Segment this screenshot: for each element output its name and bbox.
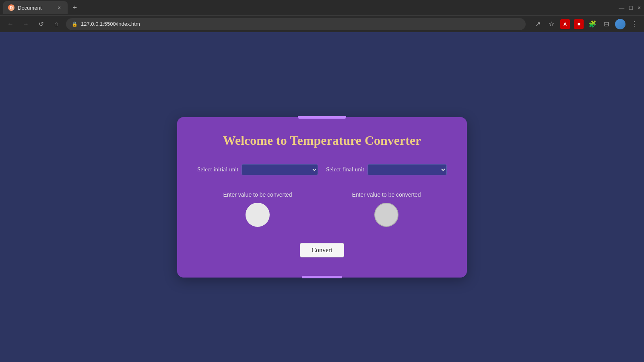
address-bar: ← → ↺ ⌂ 🔒 127.0.0.1:5500/index.htm ↗ ☆ A…	[0, 15, 644, 32]
initial-unit-group: Select initial unit Celsius Fahrenheit K…	[197, 164, 318, 175]
output-value-field[interactable]	[374, 203, 398, 227]
converter-card: Welcome to Temperature Converter Select …	[177, 117, 467, 278]
input-value-group: Enter value to be converted	[197, 191, 318, 227]
menu-icon[interactable]: ⋮	[630, 19, 639, 29]
input-value-label: Enter value to be converted	[223, 191, 292, 198]
new-tab-button[interactable]: +	[69, 2, 80, 13]
window-controls: — □ ×	[619, 4, 641, 11]
back-button[interactable]: ←	[5, 19, 16, 30]
inputs-row: Enter value to be converted Enter value …	[197, 191, 447, 227]
lock-icon: 🔒	[72, 21, 78, 27]
tab-favicon: D	[8, 4, 14, 11]
maximize-button[interactable]: □	[629, 4, 632, 11]
output-value-group: Enter value to be converted	[326, 191, 447, 227]
page-content: Welcome to Temperature Converter Select …	[0, 32, 644, 362]
refresh-button[interactable]: ↺	[35, 19, 47, 30]
share-icon[interactable]: ↗	[533, 19, 543, 29]
forward-button[interactable]: →	[20, 19, 31, 30]
card-bottom-accent	[302, 276, 342, 278]
convert-button[interactable]: Convert	[300, 243, 344, 257]
initial-unit-label: Select initial unit	[197, 166, 238, 173]
extension-red-icon[interactable]: ■	[574, 19, 584, 29]
extensions-icon[interactable]: 🧩	[588, 19, 597, 29]
tab-title: Document	[18, 5, 52, 11]
final-selector-label-row: Select final unit Celsius Fahrenheit Kel…	[326, 164, 447, 175]
minimize-button[interactable]: —	[619, 4, 624, 11]
close-button[interactable]: ×	[638, 4, 641, 11]
input-value-field[interactable]	[246, 203, 270, 227]
profile-icon[interactable]	[615, 19, 625, 29]
convert-row: Convert	[197, 243, 447, 257]
final-unit-select[interactable]: Celsius Fahrenheit Kelvin	[367, 164, 447, 175]
bookmark-icon[interactable]: ☆	[547, 19, 556, 29]
adobe-icon[interactable]: A	[560, 19, 570, 29]
tab-close-button[interactable]: ×	[56, 4, 63, 11]
final-unit-group: Select final unit Celsius Fahrenheit Kel…	[326, 164, 447, 175]
page-title: Welcome to Temperature Converter	[197, 133, 447, 148]
final-unit-label: Select final unit	[326, 166, 364, 173]
browser-chrome: D Document × + — □ × ← → ↺ ⌂ 🔒 127.0.0.1…	[0, 0, 644, 32]
toolbar-icons: ↗ ☆ A ■ 🧩 ⊟ ⋮	[533, 19, 639, 29]
active-tab[interactable]: D Document ×	[3, 1, 68, 14]
card-top-accent	[298, 116, 346, 119]
initial-unit-select[interactable]: Celsius Fahrenheit Kelvin	[242, 164, 318, 175]
layout-icon[interactable]: ⊟	[601, 19, 611, 29]
url-bar[interactable]: 🔒 127.0.0.1:5500/index.htm	[66, 18, 526, 30]
tab-bar: D Document × + — □ ×	[0, 0, 644, 15]
output-value-label: Enter value to be converted	[352, 191, 421, 198]
selectors-row: Select initial unit Celsius Fahrenheit K…	[197, 164, 447, 175]
initial-selector-label-row: Select initial unit Celsius Fahrenheit K…	[197, 164, 318, 175]
home-button[interactable]: ⌂	[51, 19, 62, 30]
url-text: 127.0.0.1:5500/index.htm	[81, 21, 140, 27]
